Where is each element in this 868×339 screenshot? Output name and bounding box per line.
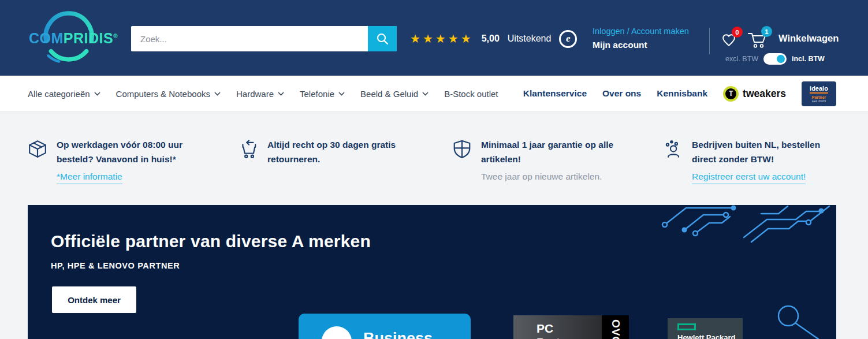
nav-item-label: Computers & Notebooks xyxy=(116,89,210,99)
secondary-nav: Klantenservice Over ons Kennisbank T twe… xyxy=(523,76,836,111)
tweakers-icon: T xyxy=(723,86,739,102)
header-divider xyxy=(709,28,710,54)
registered-mark: ® xyxy=(113,33,118,39)
tweakers-icon-letter: T xyxy=(725,88,736,99)
nav-item-label: Telefonie xyxy=(300,89,334,99)
hp-logo-icon xyxy=(322,326,352,339)
shop-rating-widget[interactable]: ★★★★★ 5,00 Uitstekend e xyxy=(410,26,577,51)
nav-item-alle-categorieen[interactable]: Alle categorieën xyxy=(28,89,100,99)
site-header: COMPRIDIS® ★★★★★ 5,00 Uitstekend e Inlog… xyxy=(0,0,868,76)
nav-item-hardware[interactable]: Hardware xyxy=(236,89,284,99)
cart-button[interactable]: 1 xyxy=(747,31,767,49)
nav-item-telefonie[interactable]: Telefonie xyxy=(300,89,345,99)
chevron-down-icon xyxy=(214,92,221,96)
logo-wordmark: COMPRIDIS® xyxy=(29,30,109,47)
shield-icon xyxy=(452,139,472,159)
hpe-logo-icon xyxy=(677,323,696,330)
hpe-partner-card: Hewlett Packard xyxy=(668,318,743,339)
nav-item-bstock-outlet[interactable]: B-Stock outlet xyxy=(444,89,498,99)
package-icon xyxy=(28,139,47,159)
usp-text: Bedrijven buiten NL, bestellen direct zo… xyxy=(692,137,839,166)
nav-item-label: B-Stock outlet xyxy=(444,89,498,99)
nav-link-kennisbank[interactable]: Kennisbank xyxy=(657,88,707,99)
circuit-decoration-icon xyxy=(657,205,836,257)
lenovo-card-line2: Partner xyxy=(537,336,579,339)
chevron-down-icon xyxy=(94,92,100,96)
hp-partner-card: Business xyxy=(299,314,471,339)
login-link[interactable]: Inloggen / Account maken xyxy=(593,27,689,36)
usp-text: Op werkdagen vóór 08:00 uur besteld? Van… xyxy=(57,137,203,166)
category-menu: Alle categorieën Computers & Notebooks H… xyxy=(28,76,498,111)
hero-subtitle: HP, HPE & LENOVO PARTNER xyxy=(51,261,180,270)
vat-excl-label: excl. BTW xyxy=(725,55,758,63)
usp-register-link[interactable]: Registreer eerst uw account! xyxy=(692,169,806,184)
chevron-down-icon xyxy=(278,92,284,96)
usp-item-returns: Altijd recht op 30 dagen gratis retourne… xyxy=(239,137,414,166)
search-bar xyxy=(131,26,397,51)
nav-link-over-ons[interactable]: Over ons xyxy=(602,88,641,99)
return-cart-icon xyxy=(239,139,258,159)
chevron-down-icon xyxy=(422,92,429,96)
lenovo-card-body: PC Partner xyxy=(513,315,602,339)
wishlist-button[interactable]: 0 xyxy=(720,32,737,48)
hpe-card-text: Hewlett Packard xyxy=(677,333,735,339)
usp-bar: Op werkdagen vóór 08:00 uur besteld? Van… xyxy=(0,112,868,205)
trusted-shops-icon: e xyxy=(559,30,577,48)
usp-note: Twee jaar op nieuwe artikelen. xyxy=(481,169,628,184)
vat-incl-label: incl. BTW xyxy=(792,55,825,63)
business-user-icon xyxy=(663,139,683,159)
lenovo-vertical-text: OVO xyxy=(609,319,622,339)
usp-text: Minimaal 1 jaar garantie op alle artikel… xyxy=(481,137,628,166)
wishlist-count-badge: 0 xyxy=(732,27,743,38)
magnifier-decoration-icon xyxy=(773,303,828,339)
usp-more-info-link[interactable]: *Meer informatie xyxy=(57,169,122,184)
discover-more-button[interactable]: Ontdek meer xyxy=(52,286,136,313)
search-icon xyxy=(375,32,389,46)
main-navbar: Alle categorieën Computers & Notebooks H… xyxy=(0,76,868,112)
my-account-link[interactable]: Mijn account xyxy=(593,40,689,50)
usp-item-warranty: Minimaal 1 jaar garantie op alle artikel… xyxy=(452,137,628,184)
tweakers-wordmark: tweakers xyxy=(743,88,786,100)
nav-item-label: Alle categorieën xyxy=(28,89,90,99)
hero-title: Officiële partner van diverse A merken xyxy=(51,232,371,251)
account-links: Inloggen / Account maken Mijn account xyxy=(593,27,689,50)
nav-link-klantenservice[interactable]: Klantenservice xyxy=(523,88,587,99)
cart-label[interactable]: Winkelwagen xyxy=(778,33,839,44)
idealo-wordmark: idealo xyxy=(810,85,828,94)
lenovo-card-line1: PC xyxy=(537,322,553,336)
hp-card-text: Business xyxy=(363,330,433,339)
usp-item-delivery: Op werkdagen vóór 08:00 uur besteld? Van… xyxy=(28,137,203,184)
idealo-partner-badge[interactable]: idealo Partner seit 2023 xyxy=(802,81,836,106)
idealo-since-label: seit 2023 xyxy=(812,99,826,103)
star-rating-icon: ★★★★★ xyxy=(410,33,474,44)
vat-toggle-knob xyxy=(777,55,785,63)
vat-toggle[interactable] xyxy=(763,53,787,65)
tweakers-logo[interactable]: T tweakers xyxy=(723,86,786,102)
lenovo-partner-card: PC Partner OVO xyxy=(513,315,629,339)
usp-item-business: Bedrijven buiten NL, bestellen direct zo… xyxy=(663,137,839,184)
search-button[interactable] xyxy=(368,26,397,51)
hero-banner: Officiële partner van diverse A merken H… xyxy=(28,205,836,339)
rating-score: 5,00 xyxy=(482,33,500,44)
search-input[interactable] xyxy=(131,26,368,51)
compridis-logo[interactable]: COMPRIDIS® xyxy=(29,9,109,66)
chevron-down-icon xyxy=(338,92,345,96)
lenovo-logo-strip: OVO xyxy=(602,315,629,339)
nav-item-label: Hardware xyxy=(236,89,274,99)
usp-text: Altijd recht op 30 dagen gratis retourne… xyxy=(267,137,414,166)
nav-item-computers-notebooks[interactable]: Computers & Notebooks xyxy=(116,89,221,99)
vat-switch-row: excl. BTW incl. BTW xyxy=(725,53,825,65)
idealo-partner-label: Partner xyxy=(812,95,826,99)
nav-item-label: Beeld & Geluid xyxy=(360,89,418,99)
cart-count-badge: 1 xyxy=(761,26,772,37)
nav-item-beeld-geluid[interactable]: Beeld & Geluid xyxy=(360,89,429,99)
rating-label: Uitstekend xyxy=(508,33,552,44)
